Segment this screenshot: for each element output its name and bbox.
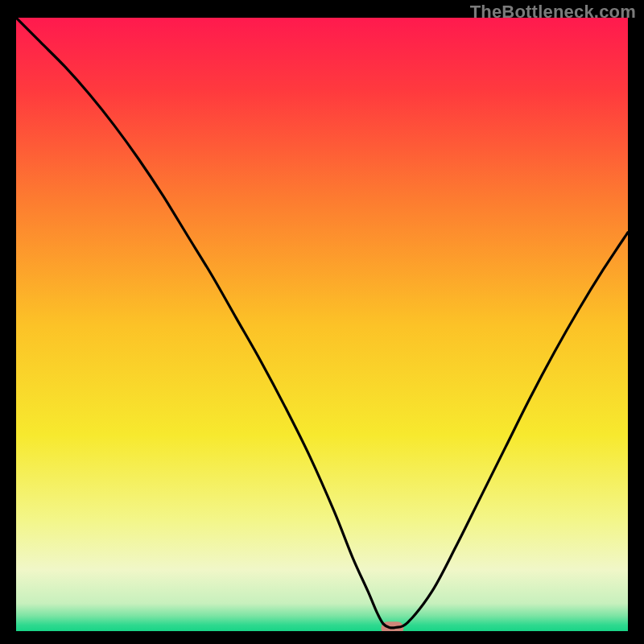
attribution-text: TheBottleneck.com <box>470 2 636 23</box>
chart-svg <box>16 18 628 631</box>
plot-area <box>16 18 628 631</box>
chart-frame: TheBottleneck.com <box>0 0 644 644</box>
gradient-rect <box>16 18 628 631</box>
